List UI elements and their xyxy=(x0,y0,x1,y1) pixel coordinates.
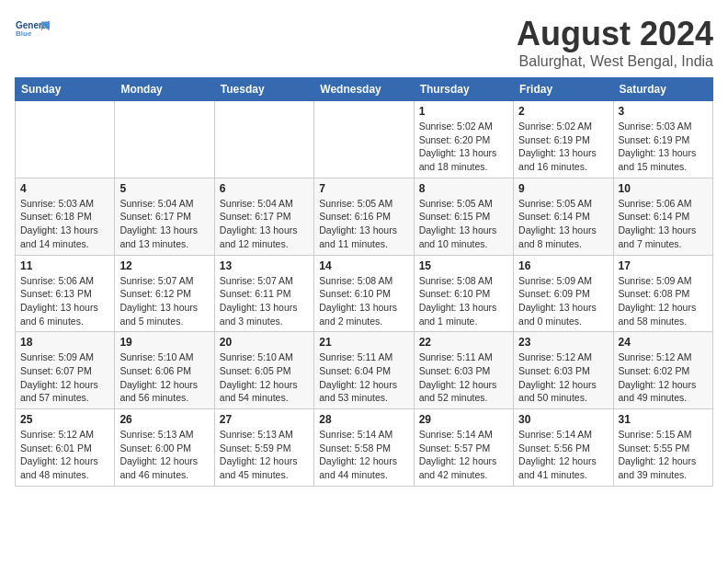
day-number: 2 xyxy=(518,105,608,118)
week-row-3: 11Sunrise: 5:06 AM Sunset: 6:13 PM Dayli… xyxy=(16,255,713,332)
day-number: 4 xyxy=(20,182,109,195)
day-cell: 5Sunrise: 5:04 AM Sunset: 6:17 PM Daylig… xyxy=(115,178,214,255)
day-info: Sunrise: 5:06 AM Sunset: 6:14 PM Dayligh… xyxy=(619,197,708,251)
day-info: Sunrise: 5:08 AM Sunset: 6:10 PM Dayligh… xyxy=(319,274,408,328)
day-number: 13 xyxy=(220,259,309,272)
day-number: 23 xyxy=(518,336,608,349)
day-number: 12 xyxy=(119,259,209,272)
calendar-table: SundayMondayTuesdayWednesdayThursdayFrid… xyxy=(15,77,713,487)
day-cell: 10Sunrise: 5:06 AM Sunset: 6:14 PM Dayli… xyxy=(613,178,712,255)
day-number: 3 xyxy=(619,105,708,118)
day-number: 31 xyxy=(619,413,708,426)
day-cell xyxy=(16,101,115,178)
day-number: 10 xyxy=(619,182,708,195)
day-number: 26 xyxy=(119,413,209,426)
day-number: 1 xyxy=(419,105,508,118)
day-cell: 19Sunrise: 5:10 AM Sunset: 6:06 PM Dayli… xyxy=(115,332,214,409)
day-cell xyxy=(115,101,214,178)
day-cell: 7Sunrise: 5:05 AM Sunset: 6:16 PM Daylig… xyxy=(314,178,414,255)
day-info: Sunrise: 5:02 AM Sunset: 6:20 PM Dayligh… xyxy=(419,120,508,174)
day-number: 28 xyxy=(319,413,408,426)
weekday-sunday: Sunday xyxy=(16,78,115,101)
day-number: 20 xyxy=(220,336,309,349)
day-cell: 15Sunrise: 5:08 AM Sunset: 6:10 PM Dayli… xyxy=(414,255,513,332)
day-cell: 22Sunrise: 5:11 AM Sunset: 6:03 PM Dayli… xyxy=(414,332,513,409)
week-row-2: 4Sunrise: 5:03 AM Sunset: 6:18 PM Daylig… xyxy=(16,178,713,255)
day-cell: 2Sunrise: 5:02 AM Sunset: 6:19 PM Daylig… xyxy=(514,101,613,178)
day-cell: 24Sunrise: 5:12 AM Sunset: 6:02 PM Dayli… xyxy=(613,332,712,409)
day-info: Sunrise: 5:11 AM Sunset: 6:04 PM Dayligh… xyxy=(319,350,408,405)
day-info: Sunrise: 5:13 AM Sunset: 5:59 PM Dayligh… xyxy=(220,428,309,482)
day-info: Sunrise: 5:15 AM Sunset: 5:55 PM Dayligh… xyxy=(619,428,708,482)
day-number: 17 xyxy=(619,259,708,272)
day-info: Sunrise: 5:06 AM Sunset: 6:13 PM Dayligh… xyxy=(20,274,109,328)
day-number: 16 xyxy=(518,259,608,272)
day-info: Sunrise: 5:05 AM Sunset: 6:16 PM Dayligh… xyxy=(319,197,408,251)
day-number: 8 xyxy=(419,182,508,195)
day-cell: 3Sunrise: 5:03 AM Sunset: 6:19 PM Daylig… xyxy=(613,101,712,178)
day-cell: 9Sunrise: 5:05 AM Sunset: 6:14 PM Daylig… xyxy=(514,178,613,255)
calendar-body: 1Sunrise: 5:02 AM Sunset: 6:20 PM Daylig… xyxy=(16,101,713,487)
day-info: Sunrise: 5:13 AM Sunset: 6:00 PM Dayligh… xyxy=(119,428,209,482)
day-number: 30 xyxy=(518,413,608,426)
day-number: 18 xyxy=(20,336,109,349)
day-cell: 13Sunrise: 5:07 AM Sunset: 6:11 PM Dayli… xyxy=(214,255,313,332)
day-cell: 25Sunrise: 5:12 AM Sunset: 6:01 PM Dayli… xyxy=(16,409,115,487)
location: Balurghat, West Bengal, India xyxy=(517,53,713,70)
day-info: Sunrise: 5:12 AM Sunset: 6:03 PM Dayligh… xyxy=(518,350,608,405)
day-cell: 4Sunrise: 5:03 AM Sunset: 6:18 PM Daylig… xyxy=(16,178,115,255)
day-number: 21 xyxy=(319,336,408,349)
svg-text:Blue: Blue xyxy=(16,29,32,38)
day-cell: 20Sunrise: 5:10 AM Sunset: 6:05 PM Dayli… xyxy=(214,332,313,409)
day-info: Sunrise: 5:08 AM Sunset: 6:10 PM Dayligh… xyxy=(419,274,508,328)
day-info: Sunrise: 5:09 AM Sunset: 6:09 PM Dayligh… xyxy=(518,274,608,328)
day-info: Sunrise: 5:11 AM Sunset: 6:03 PM Dayligh… xyxy=(419,350,508,405)
day-number: 29 xyxy=(419,413,508,426)
title-block: August 2024 Balurghat, West Bengal, Indi… xyxy=(517,15,713,70)
day-info: Sunrise: 5:14 AM Sunset: 5:56 PM Dayligh… xyxy=(518,428,608,482)
day-cell: 26Sunrise: 5:13 AM Sunset: 6:00 PM Dayli… xyxy=(115,409,214,487)
weekday-header: SundayMondayTuesdayWednesdayThursdayFrid… xyxy=(16,78,713,101)
day-number: 22 xyxy=(419,336,508,349)
weekday-monday: Monday xyxy=(115,78,214,101)
day-cell: 29Sunrise: 5:14 AM Sunset: 5:57 PM Dayli… xyxy=(414,409,513,487)
day-number: 11 xyxy=(20,259,109,272)
weekday-saturday: Saturday xyxy=(613,78,712,101)
day-number: 7 xyxy=(319,182,408,195)
day-number: 27 xyxy=(220,413,309,426)
page-header: General Blue August 2024 Balurghat, West… xyxy=(15,15,713,70)
day-cell: 1Sunrise: 5:02 AM Sunset: 6:20 PM Daylig… xyxy=(414,101,513,178)
day-info: Sunrise: 5:05 AM Sunset: 6:15 PM Dayligh… xyxy=(419,197,508,251)
day-info: Sunrise: 5:12 AM Sunset: 6:01 PM Dayligh… xyxy=(20,428,109,482)
day-cell: 6Sunrise: 5:04 AM Sunset: 6:17 PM Daylig… xyxy=(214,178,313,255)
day-info: Sunrise: 5:05 AM Sunset: 6:14 PM Dayligh… xyxy=(518,197,608,251)
day-number: 14 xyxy=(319,259,408,272)
day-info: Sunrise: 5:14 AM Sunset: 5:58 PM Dayligh… xyxy=(319,428,408,482)
day-cell: 30Sunrise: 5:14 AM Sunset: 5:56 PM Dayli… xyxy=(514,409,613,487)
day-cell: 16Sunrise: 5:09 AM Sunset: 6:09 PM Dayli… xyxy=(514,255,613,332)
week-row-1: 1Sunrise: 5:02 AM Sunset: 6:20 PM Daylig… xyxy=(16,101,713,178)
day-number: 25 xyxy=(20,413,109,426)
weekday-wednesday: Wednesday xyxy=(314,78,414,101)
day-number: 9 xyxy=(518,182,608,195)
logo-icon: General Blue xyxy=(15,15,51,42)
week-row-5: 25Sunrise: 5:12 AM Sunset: 6:01 PM Dayli… xyxy=(16,409,713,487)
day-info: Sunrise: 5:07 AM Sunset: 6:11 PM Dayligh… xyxy=(220,274,309,328)
day-info: Sunrise: 5:14 AM Sunset: 5:57 PM Dayligh… xyxy=(419,428,508,482)
day-cell: 27Sunrise: 5:13 AM Sunset: 5:59 PM Dayli… xyxy=(214,409,313,487)
day-cell: 31Sunrise: 5:15 AM Sunset: 5:55 PM Dayli… xyxy=(613,409,712,487)
day-info: Sunrise: 5:09 AM Sunset: 6:08 PM Dayligh… xyxy=(619,274,708,328)
day-cell: 21Sunrise: 5:11 AM Sunset: 6:04 PM Dayli… xyxy=(314,332,414,409)
day-info: Sunrise: 5:09 AM Sunset: 6:07 PM Dayligh… xyxy=(20,350,109,405)
logo: General Blue xyxy=(15,15,51,42)
week-row-4: 18Sunrise: 5:09 AM Sunset: 6:07 PM Dayli… xyxy=(16,332,713,409)
day-info: Sunrise: 5:04 AM Sunset: 6:17 PM Dayligh… xyxy=(220,197,309,251)
day-number: 5 xyxy=(119,182,209,195)
day-info: Sunrise: 5:10 AM Sunset: 6:05 PM Dayligh… xyxy=(220,350,309,405)
day-cell: 11Sunrise: 5:06 AM Sunset: 6:13 PM Dayli… xyxy=(16,255,115,332)
day-cell: 23Sunrise: 5:12 AM Sunset: 6:03 PM Dayli… xyxy=(514,332,613,409)
day-cell: 12Sunrise: 5:07 AM Sunset: 6:12 PM Dayli… xyxy=(115,255,214,332)
day-info: Sunrise: 5:03 AM Sunset: 6:19 PM Dayligh… xyxy=(619,120,708,174)
day-number: 19 xyxy=(119,336,209,349)
day-cell: 17Sunrise: 5:09 AM Sunset: 6:08 PM Dayli… xyxy=(613,255,712,332)
